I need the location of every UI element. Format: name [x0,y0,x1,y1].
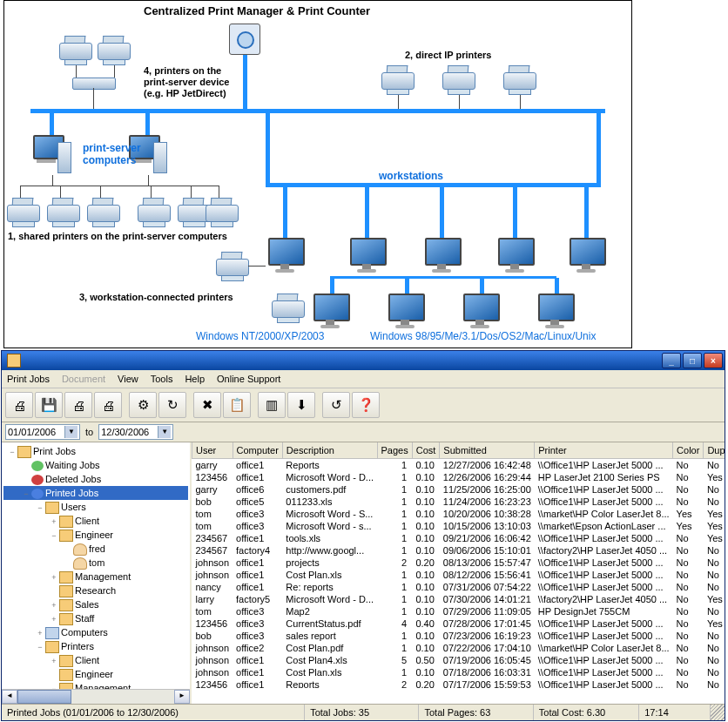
menu-online-support[interactable]: Online Support [217,374,280,384]
col-computer[interactable]: Computer [233,442,282,459]
table-row[interactable]: 123456office3CurrentStatus.pdf40.4007/28… [192,617,725,630]
menu-view[interactable]: View [118,374,138,384]
expand-icon[interactable] [49,668,59,682]
tree-node[interactable]: Deleted Jobs [3,472,188,486]
dropdown-icon[interactable]: ▼ [64,426,78,438]
monitor-icon [495,238,536,273]
date-from-input[interactable]: 01/01/2006▼ [5,424,80,440]
col-description[interactable]: Description [282,442,377,459]
table-row[interactable]: larryfactory5Microsoft Word - D...10.100… [192,593,725,605]
tree-node[interactable]: tom [3,556,188,570]
table-row[interactable]: johnsonoffice1projects20.2008/13/2006 15… [192,557,725,569]
close-button[interactable]: × [704,353,723,368]
refresh-icon[interactable]: ↻ [158,392,186,418]
monitor-icon [536,294,576,328]
expand-icon[interactable]: + [49,598,59,612]
tree-node[interactable]: +Client [3,653,188,667]
table-row[interactable]: 234567office1tools.xls10.1009/21/2006 16… [192,532,725,544]
redo-icon[interactable]: ↺ [322,392,350,418]
scroll-right-button[interactable]: ► [174,690,190,704]
col-submitted[interactable]: Submitted [440,442,535,459]
expand-icon[interactable]: − [49,529,59,543]
expand-icon[interactable]: + [35,626,45,640]
minimize-button[interactable]: _ [662,353,681,368]
table-row[interactable]: 123456office1Microsoft Word - D...10.101… [192,471,725,483]
expand-icon[interactable] [63,543,73,557]
maximize-button[interactable]: □ [683,353,702,368]
tree-node[interactable]: +Computers [3,625,188,639]
table-row[interactable]: tomoffice3Map210.1007/29/2006 11:09:05HP… [192,605,725,617]
help-icon[interactable]: ❓ [352,392,380,418]
column-right-icon[interactable]: ⬇ [287,392,315,418]
tree-panel[interactable]: −Print Jobs Waiting Jobs Deleted Jobs−Pr… [2,442,192,704]
printer-color-icon[interactable]: 🖨 [64,392,92,418]
expand-icon[interactable]: + [49,515,59,529]
col-user[interactable]: User [192,442,233,459]
table-row[interactable]: nancyoffice1Re: reports10.1007/31/2006 0… [192,581,725,593]
table-row[interactable]: tomoffice3Microsoft Word - S...10.1010/2… [192,508,725,520]
tree-node[interactable]: +Client [3,514,188,528]
table-row[interactable]: johnsonoffice1Cost Plan.xls10.1008/12/20… [192,569,725,581]
tree-node[interactable]: −Printers [3,639,188,653]
col-color[interactable]: Color [673,442,704,459]
printer-icon[interactable]: 🖨 [5,392,33,418]
tree-node[interactable]: Engineer [3,667,188,681]
table-row[interactable]: garryoffice6customers.pdf10.1011/25/2006… [192,483,725,496]
tree-node[interactable]: Research [3,584,188,597]
table-row[interactable]: johnsonoffice2Cost Plan.pdf10.1007/22/20… [192,642,725,654]
table-row[interactable]: 123456office1Reports20.2007/17/2006 15:5… [192,678,725,688]
tree-node[interactable]: −Users [3,500,188,514]
table-row[interactable]: boboffice5011233.xls10.1011/24/2006 16:2… [192,496,725,508]
resize-grip[interactable] [711,705,725,720]
expand-icon[interactable] [49,584,59,598]
table-row[interactable]: johnsonoffice1Cost Plan.xls10.1007/18/20… [192,666,725,678]
table-row[interactable]: boboffice3sales report10.1007/23/2006 16… [192,630,725,642]
menu-tools[interactable]: Tools [151,374,173,384]
dropdown-icon[interactable]: ▼ [158,426,171,438]
expand-icon[interactable]: + [49,612,59,626]
col-cost[interactable]: Cost [412,442,440,459]
expand-icon[interactable] [21,459,31,473]
expand-icon[interactable]: − [35,501,45,515]
tree-node[interactable]: +Management [3,570,188,584]
gear-icon[interactable]: ⚙ [129,392,157,418]
tree-node[interactable]: +Sales [3,597,188,611]
red-icon [31,475,44,485]
delete-icon[interactable]: ✖ [193,392,221,418]
titlebar[interactable]: _ □ × [2,351,725,370]
table-row[interactable]: tomoffice3Microsoft Word - s...10.1010/1… [192,520,725,532]
table-row[interactable]: 234567factory4http://www.googl...10.1009… [192,544,725,557]
expand-icon[interactable]: + [49,654,59,668]
tree-node[interactable]: −Print Jobs [3,444,188,458]
menu-print-jobs[interactable]: Print Jobs [7,374,50,384]
expand-icon[interactable]: − [21,487,31,501]
tree-node[interactable]: −Printed Jobs [3,486,188,500]
tree-node[interactable]: +Staff [3,611,188,625]
tree-node[interactable]: fred [3,542,188,556]
col-printer[interactable]: Printer [535,442,673,459]
date-to-input[interactable]: 12/30/2006▼ [98,424,173,440]
save-icon[interactable]: 💾 [35,392,63,418]
printer-excel-icon[interactable]: 🖨 [94,392,122,418]
scroll-left-button[interactable]: ◄ [2,690,17,704]
menu-help[interactable]: Help [185,374,205,384]
expand-icon[interactable] [21,473,31,487]
table-row[interactable]: garryoffice1Reports10.1012/27/2006 16:42… [192,459,725,472]
column-left-icon[interactable]: ▥ [258,392,286,418]
scroll-thumb[interactable] [17,690,71,704]
expand-icon[interactable]: − [7,445,17,459]
clipboard-icon[interactable]: 📋 [223,392,251,418]
col-pages[interactable]: Pages [377,442,412,459]
net-line [243,55,247,109]
jobs-table[interactable]: UserComputerDescriptionPagesCostSubmitte… [192,442,725,688]
folder-icon [59,585,73,597]
expand-icon[interactable]: − [35,640,45,654]
tree-hscrollbar[interactable]: ◄ ► [2,689,190,704]
expand-icon[interactable]: + [49,570,59,584]
table-row[interactable]: johnsonoffice1Cost Plan4.xls50.5007/19/2… [192,654,725,666]
expand-icon[interactable] [63,557,73,570]
col-duplex[interactable]: Duplex [704,442,725,459]
tree-label: Staff [75,613,94,624]
tree-node[interactable]: −Engineer [3,528,188,542]
tree-node[interactable]: Waiting Jobs [3,458,188,472]
